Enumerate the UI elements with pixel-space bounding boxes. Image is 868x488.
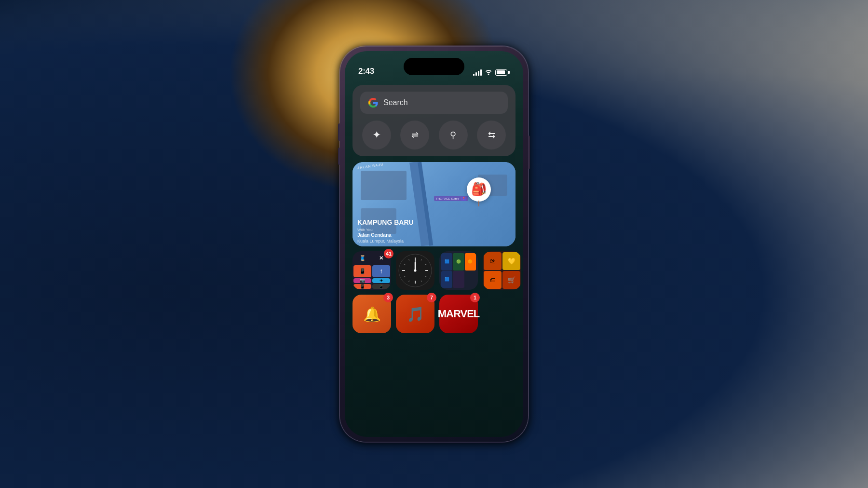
gemini-button[interactable]: ✦ (362, 121, 391, 149)
screen-content: Search ✦ ⇌ ⚲ ⇆ (345, 80, 523, 437)
volume-down-button[interactable] (338, 148, 340, 165)
phone-body: 2:43 (340, 46, 528, 442)
phone-screen: 2:43 (345, 51, 523, 437)
map-area-name: KAMPUNG BARU (357, 218, 414, 226)
translate-button[interactable]: ⇆ (477, 121, 506, 149)
social-folder-badge: 41 (384, 249, 393, 258)
incognito-button[interactable]: ⚲ (439, 121, 468, 149)
social-apps-folder[interactable]: 🧵 ✕ 📱 f 📷 ✈ 📱 📱 41 (353, 251, 391, 290)
map-with-you: With You (357, 228, 373, 232)
map-pin-icon: 🎒 (471, 182, 487, 197)
map-pin-circle: 🎒 (467, 177, 491, 202)
map-location-pin: 🎒 (467, 177, 491, 202)
map-street-name: Jalan Cendana (357, 232, 392, 238)
map-pin-tail (478, 201, 479, 206)
lens-button[interactable]: ⇌ (400, 121, 429, 149)
app-row-1: 🧵 ✕ 📱 f 📷 ✈ 📱 📱 41 (353, 251, 515, 290)
marvel-app[interactable]: MARVEL 1 (439, 295, 478, 333)
translate-icon: ⇆ (488, 130, 495, 140)
shopping-folder[interactable]: 🛍 💛 🏷 🛒 (483, 251, 521, 290)
status-time: 2:43 (358, 67, 374, 76)
lens-icon: ⇌ (411, 130, 419, 140)
search-action-buttons: ✦ ⇌ ⚲ ⇆ (360, 121, 508, 149)
app-row-2: 🔔 3 🎵 7 MARVEL 1 (353, 295, 515, 333)
utility-folder[interactable]: 🟦 🟢 🟠 🟦 (439, 251, 478, 290)
signal-icon (473, 69, 482, 76)
dynamic-island (404, 58, 464, 75)
app-orange-1[interactable]: 🔔 3 (353, 295, 391, 333)
volume-up-button[interactable] (338, 123, 340, 141)
search-bar[interactable]: Search (360, 92, 508, 114)
svg-point-15 (414, 270, 417, 272)
google-logo (368, 97, 379, 108)
map-poi-badge: THE FACE Suites 📍 (434, 196, 468, 201)
phone-device: 2:43 (340, 46, 528, 442)
app-orange-1-badge: 3 (383, 293, 393, 302)
app-music-badge: 7 (427, 293, 436, 302)
status-icons (473, 68, 510, 76)
search-placeholder: Search (383, 98, 408, 107)
battery-icon (495, 69, 510, 76)
map-city-name: Kuala Lumpur, Malaysia (357, 239, 404, 244)
map-building-1 (361, 171, 407, 200)
app-music[interactable]: 🎵 7 (396, 295, 434, 333)
marvel-badge: 1 (470, 293, 480, 302)
incognito-icon: ⚲ (450, 130, 456, 140)
maps-widget[interactable]: JALAN RAJU THE FACE Suites 📍 🎒 (353, 162, 515, 246)
clock-face-svg (398, 254, 432, 287)
wifi-icon (485, 68, 492, 76)
clock-widget[interactable] (396, 251, 434, 290)
gemini-icon: ✦ (372, 129, 381, 141)
map-poi-name: THE FACE Suites (436, 197, 459, 200)
google-search-widget[interactable]: Search ✦ ⇌ ⚲ ⇆ (353, 85, 515, 156)
power-button[interactable] (528, 136, 530, 169)
